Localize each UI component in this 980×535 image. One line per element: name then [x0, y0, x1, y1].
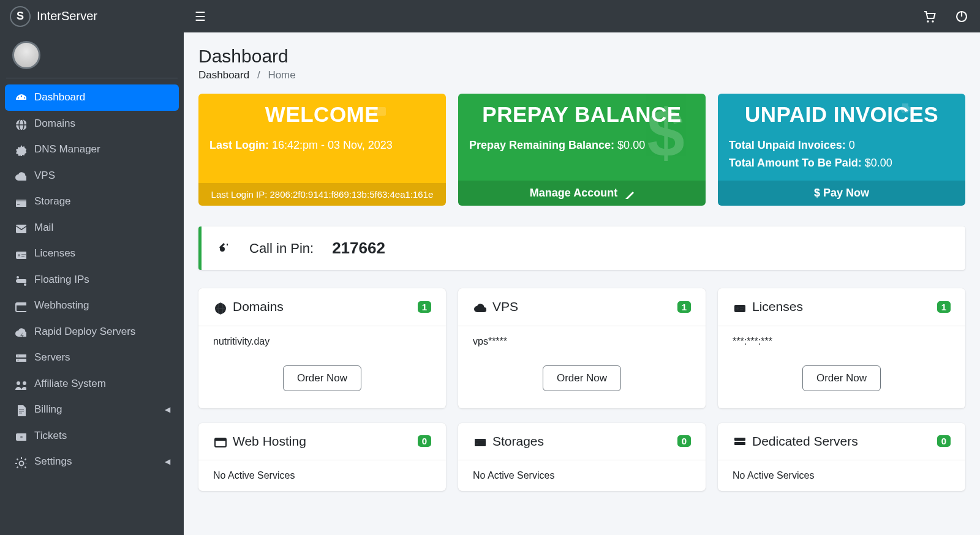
sidebar-item-mail[interactable]: Mail [5, 215, 179, 241]
card-body: No Active Services [198, 460, 446, 491]
card-body: nutritivity.day [198, 326, 446, 357]
order-now-button[interactable]: Order Now [283, 365, 361, 391]
welcome-footer: Last Login IP: 2806:2f0:9141:f869:13b:5f… [198, 183, 446, 206]
welcome-box: WELCOME Last Login: 16:42:pm - 03 Nov, 2… [198, 94, 446, 206]
sidebar-item-affiliate-system[interactable]: Affiliate System [5, 371, 179, 397]
key-icon [217, 239, 235, 258]
sidebar-item-label: Domains [34, 118, 75, 130]
unpaid-amount-value: $0.00 [865, 157, 892, 169]
card-title-text: Web Hosting [233, 434, 306, 449]
sidebar-item-label: Tickets [34, 430, 67, 442]
storage-icon [13, 195, 27, 208]
dollar-icon [632, 100, 699, 167]
card-body: ***:***:*** [718, 326, 965, 357]
storage-icon [473, 434, 486, 449]
service-card-licenses: Licenses1***:***:***Order Now [718, 288, 965, 408]
service-card-dedicated-servers: Dedicated Servers0No Active Services [718, 423, 965, 491]
count-badge: 0 [418, 435, 431, 447]
sidebar-item-label: Dashboard [34, 91, 85, 103]
brand[interactable]: S InterServer [0, 0, 184, 32]
card-body: vps***** [458, 326, 706, 357]
sidebar-item-storage[interactable]: Storage [5, 189, 179, 215]
unpaid-amount-label: Total Amount To Be Paid: [729, 157, 862, 169]
sidebar-item-label: Floating IPs [34, 274, 89, 286]
service-cards-row: Web Hosting0No Active ServicesStorages0N… [184, 416, 980, 498]
avatar-icon [12, 41, 40, 69]
unpaid-count-label: Total Unpaid Invoices: [729, 139, 846, 151]
sidebar-item-floating-ips[interactable]: Floating IPs [5, 267, 179, 293]
card-title-text: Dedicated Servers [752, 434, 858, 449]
unpaid-box: UNPAID INVOICES Total Unpaid Invoices: 0… [718, 94, 965, 206]
sidebar-item-label: Licenses [34, 247, 75, 260]
globe-icon [13, 118, 27, 130]
card-header: Domains1 [198, 288, 446, 326]
sidebar-item-label: Billing [34, 403, 62, 416]
page-title: Dashboard [198, 46, 965, 67]
prepay-box: PREPAY BALANCE Prepay Remaining Balance:… [458, 94, 706, 206]
service-card-storages: Storages0No Active Services [458, 423, 706, 491]
count-badge: 1 [937, 301, 951, 313]
prepay-balance-label: Prepay Remaining Balance: [469, 139, 614, 151]
sidebar-item-dns-manager[interactable]: DNS Manager [5, 137, 179, 163]
count-badge: 0 [677, 435, 691, 447]
count-badge: 0 [937, 435, 951, 447]
sidebar-item-label: Settings [34, 455, 72, 468]
last-ip-label: Last Login IP: [211, 189, 268, 200]
card-header: Web Hosting0 [198, 423, 446, 460]
sidebar-item-licenses[interactable]: Licenses [5, 241, 179, 267]
webhost-icon [213, 434, 227, 449]
service-card-domains: Domains1nutritivity.dayOrder Now [198, 288, 446, 408]
servers-icon [733, 434, 746, 449]
card-header: VPS1 [458, 288, 706, 326]
order-now-button[interactable]: Order Now [543, 365, 621, 391]
service-cards-row: Domains1nutritivity.dayOrder NowVPS1vps*… [184, 281, 980, 415]
chevron-left-icon: ◀ [165, 457, 170, 466]
sidebar-item-rapid-deploy-servers[interactable]: Rapid Deploy Servers [5, 319, 179, 345]
breadcrumb-item[interactable]: Dashboard [198, 69, 249, 81]
affiliate-icon [13, 378, 27, 391]
service-card-vps: VPS1vps*****Order Now [458, 288, 706, 408]
idcard-icon [372, 100, 440, 159]
count-badge: 1 [418, 301, 431, 313]
card-header: Dedicated Servers0 [718, 423, 965, 460]
tickets-icon [13, 430, 27, 443]
sidebar-item-label: Rapid Deploy Servers [34, 326, 135, 338]
sidebar-item-label: DNS Manager [34, 143, 100, 155]
sidebar-item-billing[interactable]: Billing◀ [5, 397, 179, 423]
sidebar: S InterServer DashboardDomainsDNS Manage… [0, 0, 184, 535]
sidebar-item-webhosting[interactable]: Webhosting [5, 293, 179, 319]
card-title-text: Storages [492, 434, 544, 449]
last-login-label: Last Login: [209, 139, 269, 151]
card-title-text: Licenses [752, 299, 803, 314]
sidebar-item-dashboard[interactable]: Dashboard [5, 84, 179, 111]
content-header: Dashboard Dashboard / Home [184, 32, 980, 86]
sidebar-item-settings[interactable]: Settings◀ [5, 449, 179, 475]
sidebar-item-label: VPS [34, 170, 55, 182]
rapid-icon [13, 326, 27, 339]
pay-now-link[interactable]: $ Pay Now [718, 181, 965, 206]
brand-name: InterServer [37, 9, 97, 23]
sidebar-item-domains[interactable]: Domains [5, 111, 179, 137]
servers-icon [13, 351, 27, 364]
cart-icon[interactable] [922, 9, 937, 24]
manage-account-link[interactable]: Manage Account [458, 181, 706, 206]
sidebar-item-tickets[interactable]: Tickets [5, 423, 179, 449]
count-badge: 1 [677, 301, 691, 313]
sidebar-item-vps[interactable]: VPS [5, 163, 179, 189]
settings-icon [13, 455, 27, 468]
sidebar-item-servers[interactable]: Servers [5, 345, 179, 371]
sidebar-item-label: Mail [34, 222, 53, 234]
sidebar-item-label: Servers [34, 351, 70, 364]
order-now-button[interactable]: Order Now [802, 365, 881, 391]
call-in-pin-callout: Call in Pin: 217662 [198, 226, 965, 270]
license-icon [13, 247, 27, 260]
power-icon[interactable] [954, 9, 969, 24]
user-panel[interactable] [6, 32, 178, 78]
card-body: No Active Services [458, 460, 706, 491]
cloud-icon [13, 170, 27, 182]
sidebar-item-label: Webhosting [34, 299, 89, 312]
billing-icon [13, 403, 27, 416]
menu-toggle-icon[interactable]: ☰ [195, 9, 206, 24]
webhost-icon [13, 299, 27, 312]
cloud-icon [473, 299, 486, 314]
